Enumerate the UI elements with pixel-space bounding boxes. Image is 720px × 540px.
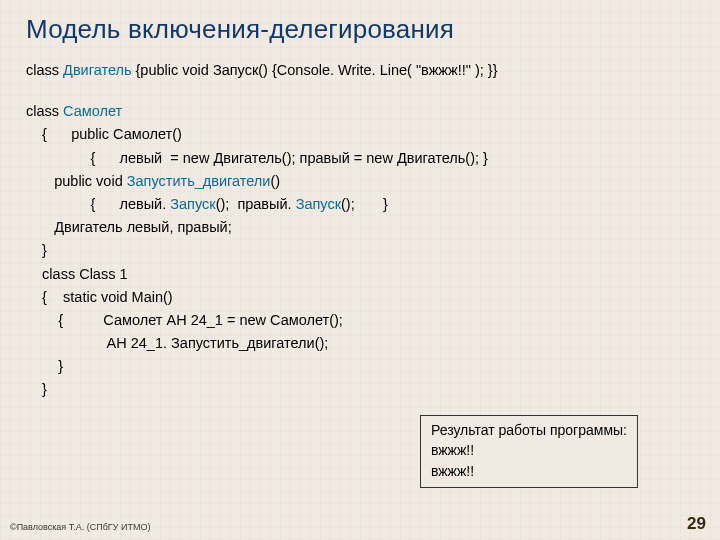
code-line: { public Самолет() xyxy=(26,123,694,146)
result-line: вжжж!! xyxy=(431,461,627,481)
code-line: АН 24_1. Запустить_двигатели(); xyxy=(26,332,694,355)
code-line: } xyxy=(26,378,694,401)
slide: Модель включения-делегирования class Дви… xyxy=(0,0,720,402)
code-line: { левый. Запуск(); правый. Запуск(); } xyxy=(26,193,694,216)
code-block: class Самолет { public Самолет() { левый… xyxy=(26,100,694,401)
code-line-engine: class Двигатель {public void Запуск() {C… xyxy=(26,59,694,82)
code-line: class Class 1 xyxy=(26,263,694,286)
result-title: Результат работы программы: xyxy=(431,420,627,440)
code-line: { Самолет АН 24_1 = new Самолет(); xyxy=(26,309,694,332)
code-line: public void Запустить_двигатели() xyxy=(26,170,694,193)
slide-title: Модель включения-делегирования xyxy=(26,14,694,45)
page-number: 29 xyxy=(687,514,706,534)
code-line: { static void Main() xyxy=(26,286,694,309)
code-line: } xyxy=(26,239,694,262)
result-line: вжжж!! xyxy=(431,440,627,460)
code-line: Двигатель левый, правый; xyxy=(26,216,694,239)
code-line: class Самолет xyxy=(26,100,694,123)
code-line: { левый = new Двигатель(); правый = new … xyxy=(26,147,694,170)
footer-copyright: ©Павловская Т.А. (СПбГУ ИТМО) xyxy=(10,522,150,532)
code-line: } xyxy=(26,355,694,378)
result-box: Результат работы программы: вжжж!! вжжж!… xyxy=(420,415,638,488)
